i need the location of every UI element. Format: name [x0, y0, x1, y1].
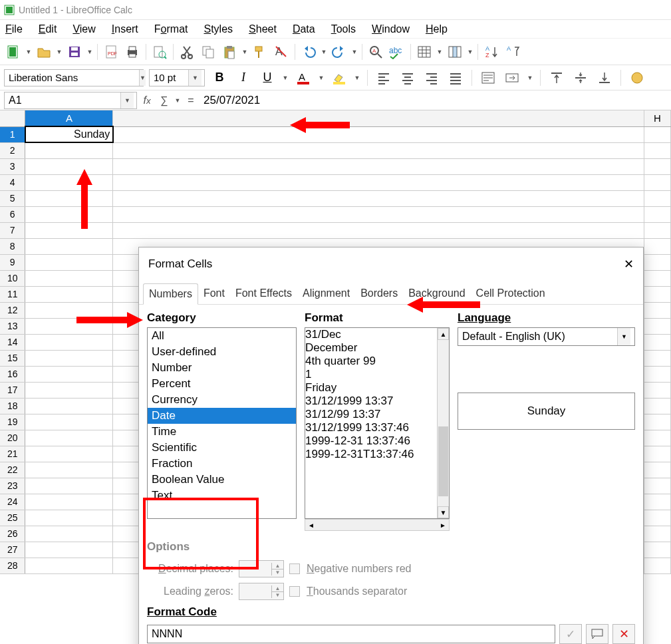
row-header[interactable]: 11: [0, 286, 25, 302]
cell[interactable]: [25, 174, 113, 190]
font-color-icon[interactable]: A: [294, 69, 313, 87]
delete-code-button[interactable]: ✕: [612, 624, 635, 644]
font-name-combo[interactable]: ▼: [4, 69, 144, 86]
category-item[interactable]: User-defined: [148, 344, 296, 360]
row-header[interactable]: 10: [0, 270, 25, 286]
bold-icon[interactable]: B: [210, 69, 229, 87]
row-header[interactable]: 27: [0, 542, 25, 558]
row-header[interactable]: 13: [0, 318, 25, 334]
category-item[interactable]: Number: [148, 360, 296, 376]
row-header[interactable]: 2: [0, 142, 25, 158]
column-header-H[interactable]: H: [644, 110, 671, 126]
tab-alignment[interactable]: Alignment: [297, 283, 355, 304]
format-item[interactable]: 1: [305, 368, 437, 381]
equals-icon[interactable]: =: [184, 94, 198, 106]
cell[interactable]: [644, 446, 671, 462]
category-item[interactable]: Fraction: [148, 456, 296, 472]
tab-background[interactable]: Background: [403, 283, 470, 304]
cell[interactable]: [25, 558, 113, 573]
language-combo[interactable]: Default - English (UK) ▼: [458, 327, 635, 346]
redo-icon[interactable]: [330, 43, 348, 61]
menu-format[interactable]: Format: [154, 23, 188, 35]
row-header[interactable]: 25: [0, 510, 25, 526]
dropdown-icon[interactable]: ▼: [318, 75, 325, 81]
format-listbox[interactable]: 31/DecDecember4th quarter 991Friday31/12…: [305, 327, 450, 519]
cell[interactable]: [25, 510, 113, 526]
cell-reference-input[interactable]: [5, 92, 120, 108]
row-header[interactable]: 1: [0, 126, 25, 142]
category-item[interactable]: Time: [148, 424, 296, 440]
row-header[interactable]: 26: [0, 526, 25, 542]
cell[interactable]: [644, 526, 671, 542]
cell[interactable]: [644, 142, 671, 158]
paste-icon[interactable]: [220, 43, 239, 61]
cell[interactable]: [644, 206, 671, 222]
tab-borders[interactable]: Borders: [355, 283, 403, 304]
cell[interactable]: [644, 286, 671, 302]
format-item[interactable]: 31/12/1999 13:37:46: [305, 421, 437, 434]
cell[interactable]: [113, 158, 644, 174]
category-item[interactable]: Currency: [148, 392, 296, 408]
row-header[interactable]: 6: [0, 206, 25, 222]
valign-top-icon[interactable]: [547, 69, 566, 87]
format-item[interactable]: December: [305, 341, 437, 355]
cell[interactable]: [644, 158, 671, 174]
menu-sheet[interactable]: Sheet: [249, 23, 277, 35]
cell[interactable]: [25, 270, 113, 286]
tab-numbers[interactable]: Numbers: [143, 283, 198, 305]
cell-reference-combo[interactable]: ▼: [4, 92, 137, 109]
row-header[interactable]: 21: [0, 446, 25, 462]
cell[interactable]: [644, 334, 671, 350]
cell[interactable]: Sunday: [25, 126, 113, 142]
menu-insert[interactable]: Insert: [112, 23, 138, 35]
font-name-input[interactable]: [5, 70, 139, 86]
category-listbox[interactable]: AllUser-definedNumberPercentCurrencyDate…: [147, 327, 297, 519]
font-size-combo[interactable]: ▼: [149, 69, 205, 86]
row-header[interactable]: 9: [0, 254, 25, 270]
cell[interactable]: [25, 462, 113, 478]
cell[interactable]: [25, 222, 113, 238]
cell[interactable]: [25, 350, 113, 366]
sum-icon[interactable]: ∑: [157, 94, 172, 106]
currency-icon[interactable]: [628, 69, 646, 87]
cell[interactable]: [644, 222, 671, 238]
sort-icon[interactable]: AZ: [482, 43, 501, 61]
dropdown-icon[interactable]: ▼: [354, 75, 360, 81]
cell[interactable]: [113, 206, 644, 222]
new-doc-icon[interactable]: [4, 43, 23, 61]
category-item[interactable]: Boolean Value: [148, 472, 296, 488]
column-icon[interactable]: [446, 43, 464, 61]
menu-view[interactable]: View: [72, 23, 95, 35]
row-header[interactable]: 16: [0, 366, 25, 382]
row-icon[interactable]: [415, 43, 434, 61]
cell[interactable]: [644, 190, 671, 206]
dropdown-icon[interactable]: ▼: [321, 49, 327, 55]
copy-icon[interactable]: [199, 43, 217, 61]
dropdown-icon[interactable]: ▼: [120, 92, 134, 108]
category-item[interactable]: Scientific: [148, 440, 296, 456]
row-header[interactable]: 8: [0, 238, 25, 254]
tab-cell-protection[interactable]: Cell Protection: [471, 283, 551, 304]
cell[interactable]: [25, 382, 113, 398]
format-item[interactable]: 1999-12-31T13:37:46: [305, 448, 437, 461]
dropdown-icon[interactable]: ▼: [188, 70, 201, 86]
menu-tools[interactable]: Tools: [331, 23, 356, 35]
format-item[interactable]: Friday: [305, 381, 437, 395]
cell[interactable]: [644, 462, 671, 478]
dropdown-icon[interactable]: ▼: [617, 328, 630, 345]
font-size-input[interactable]: [150, 70, 188, 86]
formula-input[interactable]: [201, 92, 667, 108]
cell[interactable]: [644, 254, 671, 270]
row-header[interactable]: 14: [0, 334, 25, 350]
menu-edit[interactable]: Edit: [39, 23, 57, 35]
horizontal-scrollbar[interactable]: ◄ ►: [305, 519, 450, 531]
cell[interactable]: [644, 382, 671, 398]
align-right-icon[interactable]: [422, 69, 441, 87]
scroll-right-icon[interactable]: ►: [437, 520, 449, 530]
menu-data[interactable]: Data: [293, 23, 315, 35]
open-icon[interactable]: [35, 43, 53, 61]
dropdown-icon[interactable]: ▼: [241, 49, 248, 55]
cell[interactable]: [113, 190, 644, 206]
cell[interactable]: [25, 494, 113, 510]
tab-font[interactable]: Font: [198, 283, 230, 304]
